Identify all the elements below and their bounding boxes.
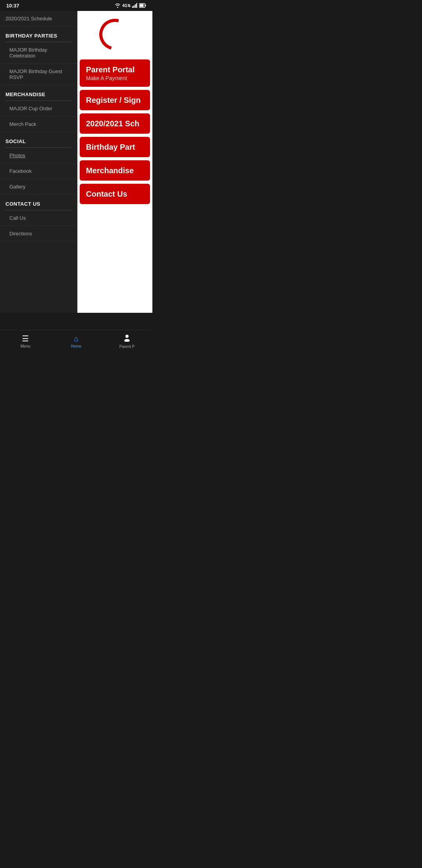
main-content: Parent Portal Make A Payment Register / … <box>77 11 152 313</box>
nav-parent-label: Parent P <box>120 344 135 349</box>
logo-circle <box>93 13 136 56</box>
card-parent-portal-subtitle: Make A Payment <box>86 75 144 81</box>
card-birthday-title: Birthday Part <box>86 142 144 152</box>
sidebar-top-schedule[interactable]: 2020/2021 Schedule <box>0 11 77 27</box>
sidebar-item-directions[interactable]: Directions <box>0 226 77 242</box>
logo-area <box>77 11 152 58</box>
network-type: 4G⇅ <box>122 4 131 8</box>
card-contact[interactable]: Contact Us <box>80 184 150 204</box>
signal-icon <box>132 3 138 8</box>
sidebar-item-major-birthday-celebration[interactable]: MAJOR Birthday Celebration <box>0 42 77 64</box>
card-schedule-title: 2020/2021 Sch <box>86 119 144 128</box>
home-icon: ⌂ <box>74 334 79 343</box>
battery-icon <box>139 3 146 8</box>
status-bar: 10:37 4G⇅ <box>0 0 152 11</box>
sidebar-header-contact: CONTACT US <box>0 195 77 210</box>
sidebar-item-merch-pack[interactable]: Merch Pack <box>0 117 77 132</box>
card-merchandise[interactable]: Merchandise <box>80 160 150 181</box>
card-birthday[interactable]: Birthday Part <box>80 137 150 157</box>
nav-menu[interactable]: ☰ Menu <box>0 330 51 352</box>
status-icons: 4G⇅ <box>114 3 146 8</box>
card-merchandise-title: Merchandise <box>86 166 144 175</box>
svg-rect-0 <box>132 6 133 8</box>
sidebar-header-social: SOCIAL <box>0 132 77 147</box>
nav-home[interactable]: ⌂ Home <box>51 330 102 352</box>
sidebar-item-facebook[interactable]: Facebook <box>0 163 77 179</box>
wifi-icon <box>114 3 121 8</box>
sidebar-header-birthday: BIRTHDAY PARTIES <box>0 27 77 42</box>
card-contact-title: Contact Us <box>86 189 144 199</box>
card-parent-portal-title: Parent Portal <box>86 65 144 74</box>
svg-rect-2 <box>135 4 136 8</box>
sidebar-item-photos[interactable]: Photos <box>0 148 77 163</box>
nav-home-label: Home <box>71 344 82 348</box>
card-parent-portal[interactable]: Parent Portal Make A Payment <box>80 59 150 87</box>
sidebar-item-major-birthday-rsvp[interactable]: MAJOR Birthday Guest RSVP <box>0 64 77 85</box>
svg-rect-3 <box>136 3 138 8</box>
menu-icon: ☰ <box>22 334 29 343</box>
card-schedule[interactable]: 2020/2021 Sch <box>80 113 150 134</box>
sidebar-item-gallery[interactable]: Gallery <box>0 179 77 195</box>
svg-rect-6 <box>140 4 144 7</box>
sidebar-item-cup-order[interactable]: MAJOR Cup Order <box>0 101 77 117</box>
card-register-title: Register / Sign <box>86 95 144 105</box>
svg-rect-5 <box>145 5 146 6</box>
sidebar-item-call-us[interactable]: Call Us <box>0 210 77 226</box>
nav-parent-portal[interactable]: Parent P <box>102 330 152 352</box>
svg-point-8 <box>124 339 130 342</box>
svg-rect-1 <box>134 5 135 8</box>
status-time: 10:37 <box>6 3 19 9</box>
menu-cards: Parent Portal Make A Payment Register / … <box>77 58 152 206</box>
card-register[interactable]: Register / Sign <box>80 90 150 110</box>
nav-menu-label: Menu <box>20 344 30 348</box>
sidebar-header-merchandise: MERCHANDISE <box>0 85 77 100</box>
svg-point-7 <box>125 335 129 338</box>
parent-portal-icon <box>123 334 131 344</box>
bottom-nav: ☰ Menu ⌂ Home Parent P <box>0 330 152 352</box>
sidebar: 2020/2021 Schedule BIRTHDAY PARTIES MAJO… <box>0 11 77 313</box>
